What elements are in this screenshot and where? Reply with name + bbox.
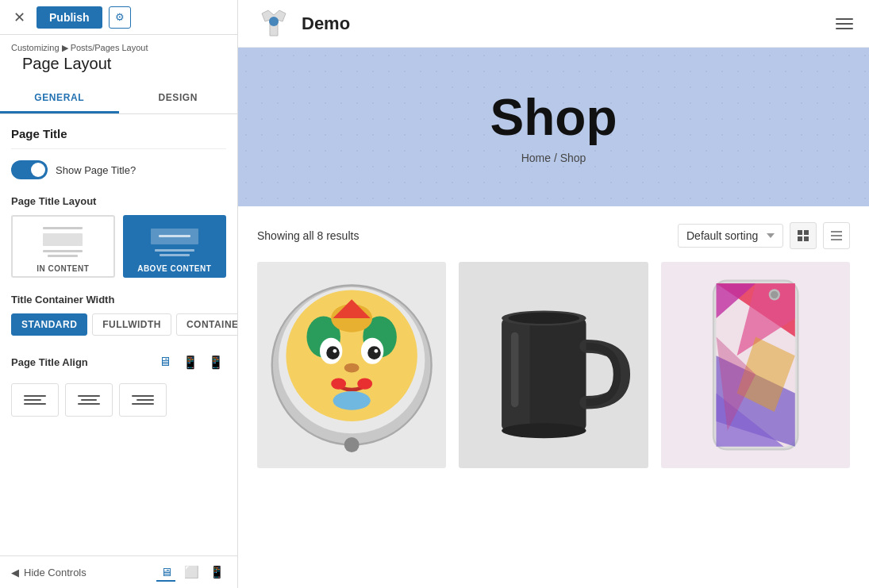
cw-fullwidth-button[interactable]: FULLWIDTH: [92, 313, 171, 336]
top-bar: ✕ Publish ⚙: [0, 0, 237, 35]
breadcrumb-customizing[interactable]: Customizing: [11, 43, 60, 52]
align-left-icon: [24, 395, 46, 405]
svg-rect-1: [798, 230, 802, 235]
demo-header: Demo: [238, 0, 869, 48]
hamburger-line-2: [836, 23, 853, 25]
in-content-icon: [39, 223, 87, 261]
svg-point-30: [502, 423, 586, 438]
svg-rect-6: [831, 235, 842, 236]
svg-point-24: [333, 391, 371, 410]
hamburger-icon[interactable]: [836, 18, 853, 29]
page-title-heading: Page Title: [11, 127, 226, 149]
product-grid: [257, 262, 850, 468]
title-layout-label: Page Title Layout: [11, 195, 226, 207]
layout-options: IN CONTENT ABOVE CONTENT: [11, 215, 226, 278]
gear-button[interactable]: ⚙: [109, 6, 131, 29]
left-panel: ✕ Publish ⚙ Customizing ▶ Posts/Pages La…: [0, 0, 238, 588]
tab-general[interactable]: GENERAL: [0, 84, 119, 113]
panel-body: Page Title Show Page Title? Page Title L…: [0, 114, 237, 555]
brand-name: Demo: [302, 13, 350, 34]
hero-breadcrumb: Home / Shop: [521, 152, 586, 164]
align-center-button[interactable]: [65, 383, 113, 417]
container-width-options: STANDARD FULLWIDTH CONTAINED: [11, 313, 226, 336]
breadcrumb-home-link[interactable]: Home: [521, 152, 551, 164]
close-icon: ✕: [13, 9, 25, 26]
align-center-icon: [78, 395, 100, 405]
desktop-device-icon[interactable]: 🖥: [155, 352, 175, 372]
breadcrumb: Customizing ▶ Posts/Pages Layout: [11, 43, 226, 53]
tabs: GENERAL DESIGN: [0, 84, 237, 114]
svg-point-19: [333, 349, 337, 353]
tab-design[interactable]: DESIGN: [119, 84, 238, 113]
gear-icon: ⚙: [115, 11, 125, 23]
tablet-device-icon[interactable]: 📱: [180, 352, 201, 372]
align-right-icon: [132, 395, 154, 405]
svg-point-42: [771, 291, 778, 298]
product-2-image: [459, 262, 648, 468]
hide-controls-bar: ◀ Hide Controls 🖥 ⬜ 📱: [0, 555, 237, 588]
product-card-3[interactable]: [661, 262, 850, 468]
above-content-label: ABOVE CONTENT: [137, 264, 211, 273]
breadcrumb-slash: /: [554, 152, 560, 164]
hero-title: Shop: [490, 90, 617, 145]
svg-rect-7: [831, 239, 842, 240]
svg-point-22: [331, 379, 346, 390]
svg-point-23: [357, 379, 372, 390]
svg-point-0: [269, 17, 279, 26]
svg-rect-5: [831, 231, 842, 233]
breadcrumb-section: Posts/Pages Layout: [71, 43, 148, 52]
layout-option-in-content[interactable]: IN CONTENT: [11, 215, 115, 278]
toggle-slider: [11, 160, 48, 179]
close-button[interactable]: ✕: [8, 6, 30, 29]
svg-rect-31: [511, 332, 518, 408]
svg-point-17: [326, 346, 340, 359]
mobile-device-icon[interactable]: 📱: [206, 352, 226, 372]
results-text: Showing all 8 results: [257, 229, 359, 242]
show-page-title-row: Show Page Title?: [11, 160, 226, 179]
desktop-bar-icon[interactable]: 🖥: [156, 563, 175, 582]
page-layout-title: Page Layout: [11, 53, 226, 81]
product-card-1[interactable]: [257, 262, 446, 468]
svg-point-21: [344, 363, 360, 373]
hide-controls-label: Hide Controls: [24, 567, 87, 578]
align-right-button[interactable]: [119, 383, 167, 417]
list-view-icon: [830, 229, 843, 242]
product-3-image: [661, 262, 850, 468]
svg-point-18: [367, 346, 381, 359]
view-list-button[interactable]: [823, 222, 850, 249]
hamburger-line-3: [836, 28, 853, 29]
hero-banner: Shop Home / Shop: [238, 48, 869, 206]
breadcrumb-separator: ▶: [62, 43, 71, 52]
breadcrumb-area: Customizing ▶ Posts/Pages Layout Page La…: [0, 35, 237, 84]
svg-rect-2: [804, 230, 809, 235]
mobile-bar-icon[interactable]: 📱: [207, 563, 226, 582]
in-content-label: IN CONTENT: [37, 264, 89, 273]
hide-controls-button[interactable]: ◀ Hide Controls: [11, 567, 87, 578]
tablet-bar-icon[interactable]: ⬜: [182, 563, 201, 582]
align-label: Page Title Align: [11, 356, 147, 368]
demo-logo: [254, 4, 294, 44]
align-section: Page Title Align 🖥 📱 📱: [11, 352, 226, 372]
align-left-button[interactable]: [11, 383, 59, 417]
breadcrumb-current: Shop: [560, 152, 586, 164]
container-width-label: Title Container Width: [11, 294, 226, 306]
publish-button[interactable]: Publish: [37, 6, 102, 29]
toolbar-right: Default sorting: [678, 222, 850, 249]
svg-point-20: [375, 349, 379, 353]
cw-standard-button[interactable]: STANDARD: [11, 313, 87, 336]
sort-select[interactable]: Default sorting: [678, 224, 783, 248]
chevron-left-icon: ◀: [11, 567, 19, 578]
product-card-2[interactable]: [459, 262, 648, 468]
tshirt-icon: [254, 4, 294, 44]
products-toolbar: Showing all 8 results Default sorting: [257, 222, 850, 249]
layout-option-above-content[interactable]: ABOVE CONTENT: [123, 215, 227, 278]
svg-point-25: [344, 437, 360, 452]
right-preview: Demo Shop Home / Shop Showing all 8 resu…: [238, 0, 869, 588]
show-page-title-toggle[interactable]: [11, 160, 48, 179]
show-page-title-label: Show Page Title?: [56, 164, 136, 176]
view-grid-button[interactable]: [790, 222, 817, 249]
hamburger-line-1: [836, 18, 853, 20]
cw-contained-button[interactable]: CONTAINED: [176, 313, 237, 336]
align-buttons: [11, 383, 226, 417]
grid-view-icon: [797, 229, 809, 242]
